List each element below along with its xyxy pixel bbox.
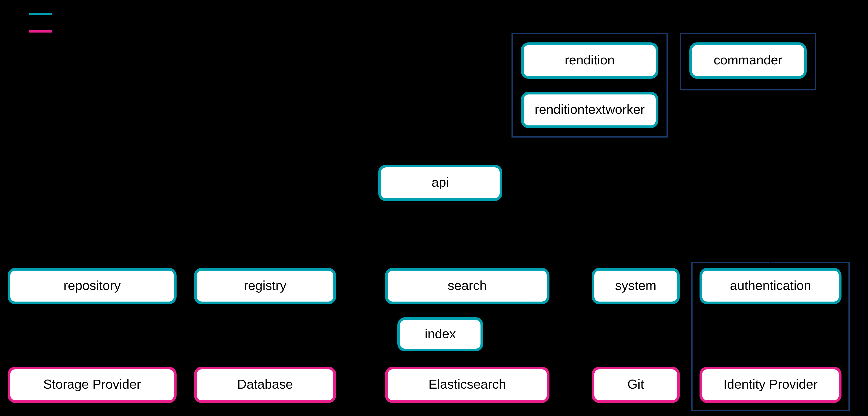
edge-api-search [440, 200, 467, 269]
node-label: api [432, 175, 449, 189]
edge-api-authentication [440, 200, 771, 269]
node-storage-provider: Storage Provider [9, 368, 175, 402]
node-registry: registry [195, 269, 335, 303]
node-label: Elasticsearch [429, 377, 506, 391]
node-label: system [615, 278, 656, 292]
node-system: system [593, 269, 678, 303]
node-label: commander [714, 53, 782, 67]
legend-label-internal: internal service [58, 6, 137, 20]
node-label: Git [627, 377, 644, 391]
node-index: index [399, 319, 482, 350]
node-label: repository [64, 278, 121, 292]
node-authentication: authentication [701, 269, 840, 303]
node-search: search [386, 269, 548, 303]
legend: internal service external service [29, 6, 140, 37]
node-label: Storage Provider [43, 377, 141, 391]
edge-api-registry [265, 200, 440, 269]
legend-label-external: external service [58, 24, 140, 37]
node-label: renditiontextworker [535, 102, 645, 116]
node-label: rendition [565, 53, 615, 67]
node-renditiontextworker: renditiontextworker [522, 93, 657, 127]
node-label: search [448, 278, 487, 292]
node-identity-provider: Identity Provider [701, 368, 840, 402]
node-label: authentication [730, 278, 811, 292]
node-api: api [380, 166, 501, 200]
node-label: index [425, 326, 456, 341]
edge-api-repository [92, 200, 440, 269]
node-rendition: rendition [522, 44, 657, 77]
node-elasticsearch: Elasticsearch [386, 368, 548, 402]
edge-api-system [440, 200, 636, 269]
node-label: Database [237, 377, 293, 391]
node-repository: repository [9, 269, 175, 303]
node-database: Database [195, 368, 335, 402]
node-commander: commander [691, 44, 805, 77]
node-git: Git [593, 368, 678, 402]
node-label: registry [244, 278, 286, 292]
node-label: Identity Provider [723, 377, 817, 391]
